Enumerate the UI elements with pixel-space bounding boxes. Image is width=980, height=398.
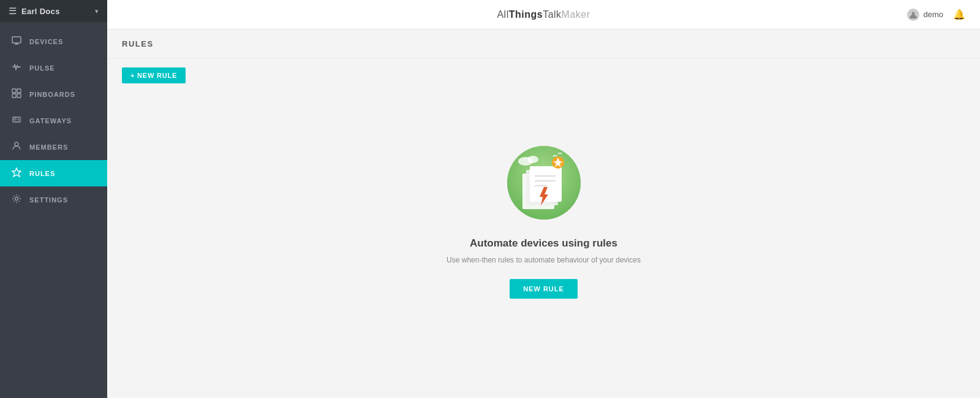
sidebar-item-pinboards-label: Pinboards — [29, 91, 75, 98]
main-content: AllThingsTalkMaker demo 🔔 Rules + New Ru… — [107, 0, 980, 398]
svg-point-11 — [15, 142, 18, 146]
empty-state-heading: Automate devices using rules — [470, 237, 617, 250]
rules-illustration — [504, 143, 584, 223]
sidebar-item-members[interactable]: Members — [0, 134, 107, 160]
svg-rect-5 — [12, 94, 16, 98]
user-info[interactable]: demo — [907, 9, 943, 21]
sidebar-item-pinboards[interactable]: Pinboards — [0, 81, 107, 107]
empty-state: Automate devices using rules Use when-th… — [107, 92, 980, 398]
sidebar-item-gateways-label: Gateways — [29, 117, 72, 124]
sidebar-item-settings-label: Settings — [29, 196, 68, 204]
sidebar-header: ☰ Earl Docs ▾ — [0, 0, 107, 22]
page-content: Rules + New Rule — [107, 29, 980, 398]
user-avatar-icon — [907, 9, 919, 21]
rules-icon — [11, 167, 22, 179]
sidebar-item-pulse-label: Pulse — [29, 64, 55, 72]
svg-rect-0 — [12, 37, 21, 43]
gateways-icon — [11, 115, 22, 126]
svg-rect-3 — [12, 89, 16, 93]
sidebar-item-devices-label: Devices — [29, 38, 63, 45]
notification-bell-icon[interactable]: 🔔 — [953, 9, 965, 20]
devices-icon — [11, 36, 22, 47]
sidebar-item-gateways[interactable]: Gateways — [0, 107, 107, 134]
new-rule-top-button[interactable]: + New Rule — [122, 67, 186, 83]
toolbar: + New Rule — [107, 59, 980, 92]
svg-point-13 — [15, 197, 18, 201]
sidebar-item-settings[interactable]: Settings — [0, 186, 107, 213]
sidebar-item-devices[interactable]: Devices — [0, 28, 107, 55]
hamburger-icon: ☰ — [9, 6, 17, 17]
svg-rect-6 — [17, 94, 21, 98]
svg-marker-12 — [12, 168, 21, 177]
sidebar-nav: Devices Pulse Pinboards — [0, 22, 107, 213]
empty-state-subheading: Use when-then rules to automate behaviou… — [447, 256, 641, 264]
top-bar: AllThingsTalkMaker demo 🔔 — [107, 0, 980, 29]
page-title: Rules — [122, 39, 965, 48]
pulse-icon — [11, 62, 22, 74]
brand-logo: AllThingsTalkMaker — [497, 9, 590, 20]
svg-point-18 — [527, 156, 538, 163]
sidebar-item-members-label: Members — [29, 144, 68, 151]
svg-rect-8 — [14, 118, 16, 120]
brand-things: Things — [509, 9, 543, 20]
sidebar-item-pulse[interactable]: Pulse — [0, 55, 107, 81]
settings-icon — [11, 194, 22, 205]
top-bar-right: demo 🔔 — [907, 9, 965, 21]
sidebar-item-rules[interactable]: Rules — [0, 160, 107, 186]
app-title: Earl Docs — [21, 7, 60, 16]
logo-area[interactable]: ☰ Earl Docs — [9, 6, 60, 17]
sidebar-item-rules-label: Rules — [29, 170, 55, 177]
members-icon — [11, 141, 22, 153]
brand-maker: Maker — [562, 9, 590, 20]
brand-allthings: All — [497, 9, 508, 20]
username-label: demo — [923, 10, 943, 19]
page-header: Rules — [107, 29, 980, 59]
chevron-down-icon[interactable]: ▾ — [95, 7, 99, 15]
new-rule-center-button[interactable]: NEW RULE — [510, 279, 578, 299]
pinboards-icon — [11, 88, 22, 100]
sidebar: ☰ Earl Docs ▾ Devices Pulse — [0, 0, 107, 398]
svg-point-14 — [912, 12, 915, 15]
brand-talk: Talk — [543, 9, 561, 20]
svg-rect-4 — [17, 89, 21, 93]
